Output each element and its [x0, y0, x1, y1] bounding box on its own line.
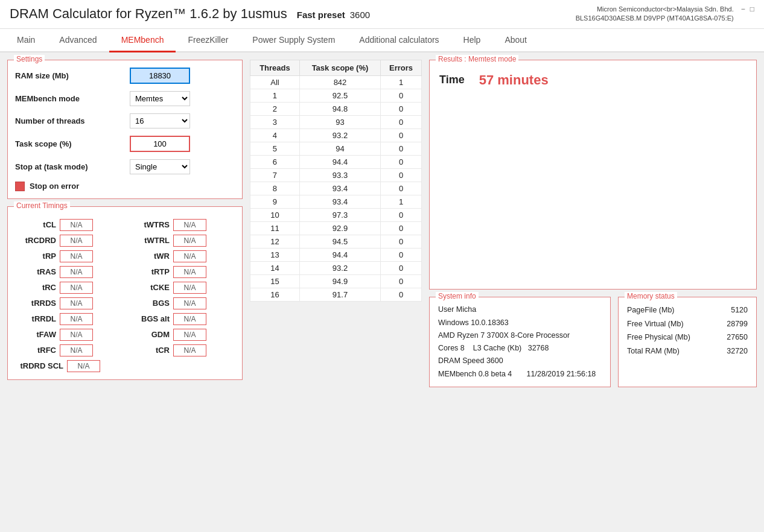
- timing-tWTRL-input[interactable]: [173, 235, 206, 247]
- ram-size-row: RAM size (Mb): [15, 68, 235, 84]
- nav-item-pss[interactable]: Power Supply System: [240, 29, 347, 52]
- sysinfo-os: Windows 10.0.18363: [438, 317, 602, 329]
- ram-size-input[interactable]: [130, 68, 190, 84]
- timing-tRCDRD-input[interactable]: [60, 235, 93, 247]
- timing-tRDRDSCL-input[interactable]: [67, 360, 100, 372]
- timing-tWR-input[interactable]: [173, 250, 206, 262]
- nav-item-membench[interactable]: MEMbench: [109, 29, 176, 52]
- timing-tCR-label: tCR: [129, 346, 170, 355]
- timing-tRRDL-label: tRRDL: [15, 314, 56, 323]
- timing-tRAS-label: tRAS: [15, 267, 56, 276]
- system-info-panel: System info User Micha Windows 10.0.1836…: [429, 297, 611, 387]
- table-cell-threads: 16: [250, 288, 300, 301]
- main-content: Settings RAM size (Mb) MEMbench mode Mem…: [0, 52, 764, 394]
- table-cell-threads: 11: [250, 221, 300, 235]
- memstatus-key: Total RAM (Mb): [627, 344, 680, 358]
- left-panel: Settings RAM size (Mb) MEMbench mode Mem…: [7, 60, 243, 387]
- timing-BGSalt-input[interactable]: [173, 313, 206, 325]
- timing-GDM-label: GDM: [129, 330, 170, 339]
- table-row: 192.50: [250, 89, 422, 102]
- timing-tCKE-label: tCKE: [129, 283, 170, 292]
- table-row: 1192.90: [250, 221, 422, 235]
- timing-tWTRS-input[interactable]: [173, 219, 206, 231]
- table-cell-threads: 8: [250, 182, 300, 195]
- memstatus-val: 32720: [727, 344, 748, 358]
- table-cell-threads: 5: [250, 142, 300, 155]
- timing-BGS-label: BGS: [129, 299, 170, 308]
- timing-tRCDRD: tRCDRD: [15, 235, 121, 247]
- nav-item-about[interactable]: About: [492, 29, 539, 52]
- timing-tRRDS: tRRDS: [15, 297, 121, 309]
- table-cell-errors: 0: [381, 142, 422, 155]
- stop-on-error-checkbox[interactable]: [15, 182, 25, 191]
- table-cell-threads: 15: [250, 274, 300, 288]
- ram-size-label: RAM size (Mb): [15, 71, 130, 80]
- table-row: 993.41: [250, 195, 422, 208]
- maximize-button[interactable]: □: [750, 5, 754, 13]
- nav-item-advanced[interactable]: Advanced: [47, 29, 109, 52]
- membench-mode-select[interactable]: Memtes Linpack Prime: [130, 91, 190, 106]
- table-row: 1394.40: [250, 248, 422, 261]
- table-row: All8421: [250, 75, 422, 89]
- timing-tRRDS-label: tRRDS: [15, 299, 56, 308]
- timing-GDM: GDM: [129, 329, 235, 341]
- table-cell-errors: 0: [381, 261, 422, 274]
- preset-value: 3600: [350, 10, 370, 20]
- system-info-header: Micron Semiconductor<br>Malaysia Sdn. Bh…: [576, 5, 734, 24]
- table-row: 1294.50: [250, 235, 422, 248]
- task-scope-input[interactable]: [130, 136, 190, 152]
- table-cell-errors: 0: [381, 248, 422, 261]
- timing-tCKE: tCKE: [129, 282, 235, 294]
- list-item: Total RAM (Mb)32720: [627, 344, 748, 358]
- settings-group-title: Settings: [14, 55, 45, 63]
- task-scope-label: Task scope (%): [15, 139, 130, 148]
- table-cell-taskScope: 93.3: [299, 168, 380, 182]
- title-right-section: Micron Semiconductor<br>Malaysia Sdn. Bh…: [576, 5, 754, 24]
- timing-GDM-input[interactable]: [173, 329, 206, 341]
- table-row: 793.30: [250, 168, 422, 182]
- table-cell-errors: 1: [381, 75, 422, 89]
- table-cell-taskScope: 92.5: [299, 89, 380, 102]
- timing-tRCDRD-label: tRCDRD: [15, 236, 56, 245]
- timing-tCKE-input[interactable]: [173, 282, 206, 294]
- timing-tRTP-input[interactable]: [173, 266, 206, 278]
- nav-item-help[interactable]: Help: [451, 29, 493, 52]
- stop-at-select[interactable]: Single Loop All: [130, 159, 190, 174]
- table-cell-errors: 0: [381, 274, 422, 288]
- timing-tRRDS-input[interactable]: [60, 297, 93, 309]
- table-cell-taskScope: 94.4: [299, 248, 380, 261]
- nav-item-addcalc[interactable]: Additional calculators: [347, 29, 451, 52]
- preset-info: Fast preset 3600: [297, 10, 370, 20]
- nav-item-main[interactable]: Main: [5, 29, 47, 52]
- timing-tCR-input[interactable]: [173, 344, 206, 356]
- memstatus-val: 28799: [727, 317, 748, 331]
- num-threads-select[interactable]: 1 2 4 8 16 32: [130, 113, 190, 128]
- timing-tWTRL-label: tWTRL: [129, 236, 170, 245]
- table-cell-taskScope: 93.2: [299, 128, 380, 142]
- nav-item-freezkiller[interactable]: FreezKiller: [176, 29, 240, 52]
- table-cell-taskScope: 94.5: [299, 235, 380, 248]
- table-cell-taskScope: 97.3: [299, 208, 380, 221]
- table-cell-errors: 0: [381, 102, 422, 115]
- minimize-button[interactable]: −: [741, 5, 745, 13]
- table-cell-taskScope: 93.4: [299, 195, 380, 208]
- timing-tRRDL-input[interactable]: [60, 313, 93, 325]
- timing-tRDRDSCL: tRDRD SCL: [15, 360, 235, 372]
- timing-tCL-input[interactable]: [60, 219, 93, 231]
- timing-tRAS: tRAS: [15, 266, 121, 278]
- table-cell-errors: 0: [381, 235, 422, 248]
- timing-tRFC-input[interactable]: [60, 344, 93, 356]
- table-cell-taskScope: 92.9: [299, 221, 380, 235]
- timing-tRP-input[interactable]: [60, 250, 93, 262]
- sysinfo-title: System info: [436, 292, 479, 300]
- table-cell-errors: 0: [381, 168, 422, 182]
- preset-label: Fast preset: [297, 10, 345, 20]
- timing-tRC-input[interactable]: [60, 282, 93, 294]
- table-cell-errors: 0: [381, 182, 422, 195]
- table-cell-threads: 1: [250, 89, 300, 102]
- timing-tRAS-input[interactable]: [60, 266, 93, 278]
- table-cell-taskScope: 93.4: [299, 182, 380, 195]
- timing-tFAW-input[interactable]: [60, 329, 93, 341]
- timing-BGS-input[interactable]: [173, 297, 206, 309]
- timing-tRFC: tRFC: [15, 344, 121, 356]
